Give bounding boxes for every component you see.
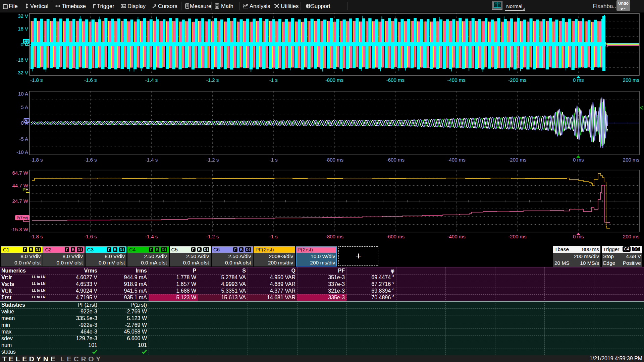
svg-text:-600 ms: -600 ms [386,234,405,239]
svg-text:-1.6 s: -1.6 s [84,234,97,239]
svg-text:-800 ms: -800 ms [325,157,343,163]
svg-text:16 V: 16 V [18,26,28,32]
svg-text:-800 ms: -800 ms [325,77,343,83]
svg-text:-1.8 s: -1.8 s [30,234,43,239]
svg-text:-1.2 s: -1.2 s [206,77,219,83]
svg-text:-600 ms: -600 ms [386,77,405,83]
svg-text:-1.6 s: -1.6 s [84,157,97,163]
svg-text:C6: C6 [24,118,29,122]
svg-text:-1.4 s: -1.4 s [145,234,158,239]
svg-text:5 A: 5 A [21,104,28,110]
svg-text:-400 ms: -400 ms [447,157,466,163]
svg-text:-1 s: -1 s [269,77,278,83]
svg-text:200 ms: 200 ms [623,234,639,239]
svg-text:64.7 W: 64.7 W [12,170,28,176]
svg-text:24.7 W: 24.7 W [12,198,28,204]
svg-text:-10 A: -10 A [16,149,28,155]
svg-text:-200 ms: -200 ms [508,77,526,83]
svg-text:-1.8 s: -1.8 s [30,157,43,163]
svg-text:200 ms: 200 ms [623,77,639,83]
svg-text:-1.2 s: -1.2 s [206,234,219,239]
svg-text:PF.: PF. [22,187,29,192]
svg-text:0 ms: 0 ms [573,157,584,163]
svg-text:-800 ms: -800 ms [325,234,343,239]
svg-text:-16 V: -16 V [16,57,28,63]
svg-text:32 V: 32 V [18,13,28,19]
svg-text:10 A: 10 A [18,91,28,97]
svg-text:-400 ms: -400 ms [447,234,466,239]
svg-text:-1.8 s: -1.8 s [30,77,43,83]
svg-text:P(Σrst): P(Σrst) [17,216,28,220]
svg-text:-1 s: -1 s [269,234,278,239]
svg-text:-600 ms: -600 ms [386,157,405,163]
svg-text:-1.4 s: -1.4 s [145,77,158,83]
svg-text:C3: C3 [24,39,29,43]
svg-text:-1.6 s: -1.6 s [84,77,97,83]
svg-text:-200 ms: -200 ms [508,157,526,163]
svg-text:-15.3 W: -15.3 W [10,227,28,232]
svg-text:-1.2 s: -1.2 s [206,157,219,163]
svg-text:200 ms: 200 ms [623,157,639,163]
svg-text:-1.4 s: -1.4 s [145,157,158,163]
svg-text:-32 V: -32 V [16,70,28,75]
svg-text:-1 s: -1 s [269,157,278,163]
svg-text:-5 A: -5 A [19,136,28,142]
svg-text:-200 ms: -200 ms [508,234,526,239]
svg-text:-400 ms: -400 ms [447,77,466,83]
